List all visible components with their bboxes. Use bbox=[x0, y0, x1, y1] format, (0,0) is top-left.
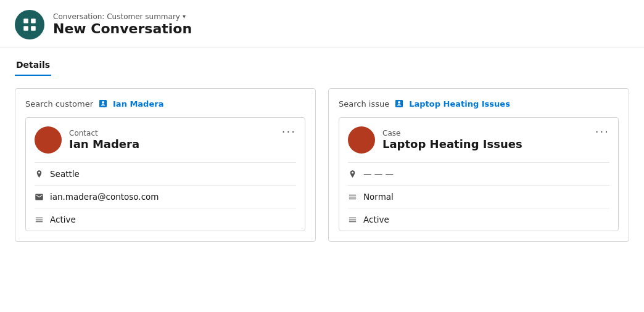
issue-priority-value: Normal bbox=[363, 192, 394, 202]
app-icon bbox=[15, 10, 44, 39]
customer-panel: Search customer Ian Madera Contact Ian M… bbox=[15, 88, 316, 242]
customer-status-value: Active bbox=[50, 215, 76, 224]
issue-card-type: Case bbox=[382, 129, 522, 138]
issue-search-row: Search issue Laptop Heating Issues bbox=[339, 99, 619, 109]
issue-avatar bbox=[348, 126, 375, 154]
main-content: Search customer Ian Madera Contact Ian M… bbox=[0, 76, 644, 254]
issue-id-icon bbox=[348, 170, 357, 179]
subtitle-label: Conversation: Customer summary bbox=[53, 12, 180, 21]
tabs-bar: Details bbox=[0, 47, 644, 76]
issue-priority-row: Normal bbox=[348, 185, 609, 208]
issue-status-row: Active bbox=[348, 208, 609, 231]
issue-id-row: — — — bbox=[348, 162, 609, 185]
issue-search-value[interactable]: Laptop Heating Issues bbox=[409, 99, 510, 109]
issue-search-label: Search issue bbox=[339, 99, 389, 109]
customer-status-row: Active bbox=[35, 208, 296, 231]
customer-card-type: Contact bbox=[69, 129, 139, 138]
chevron-down-icon[interactable]: ▾ bbox=[183, 13, 186, 20]
issue-search-icon[interactable] bbox=[394, 99, 404, 109]
customer-search-icon[interactable] bbox=[98, 99, 108, 109]
svg-rect-2 bbox=[23, 26, 28, 31]
priority-icon bbox=[348, 192, 357, 202]
issue-card-header-left: Case Laptop Heating Issues bbox=[348, 126, 522, 154]
customer-email-row: ian.madera@contoso.com bbox=[35, 185, 296, 208]
customer-email-value: ian.madera@contoso.com bbox=[50, 192, 159, 202]
customer-location-row: Seattle bbox=[35, 162, 296, 185]
customer-card-name: Ian Madera bbox=[69, 138, 139, 151]
customer-card: Contact Ian Madera ··· Seattle bbox=[25, 117, 305, 231]
issue-panel: Search issue Laptop Heating Issues Case … bbox=[328, 88, 629, 242]
issue-status-icon bbox=[348, 215, 357, 224]
header: Conversation: Customer summary ▾ New Con… bbox=[0, 0, 644, 47]
customer-card-info: Contact Ian Madera bbox=[69, 129, 139, 151]
svg-rect-1 bbox=[31, 18, 36, 23]
tab-details[interactable]: Details bbox=[15, 55, 51, 76]
customer-card-more-button[interactable]: ··· bbox=[282, 126, 296, 138]
issue-card-name: Laptop Heating Issues bbox=[382, 138, 522, 151]
customer-avatar bbox=[35, 126, 62, 154]
issue-card-info: Case Laptop Heating Issues bbox=[382, 129, 522, 151]
customer-location-value: Seattle bbox=[50, 169, 80, 179]
issue-card-more-button[interactable]: ··· bbox=[595, 126, 609, 138]
customer-card-header-left: Contact Ian Madera bbox=[35, 126, 139, 154]
svg-rect-0 bbox=[23, 18, 28, 23]
customer-search-value[interactable]: Ian Madera bbox=[113, 99, 163, 109]
svg-rect-3 bbox=[31, 26, 36, 31]
location-icon bbox=[35, 170, 44, 179]
customer-search-row: Search customer Ian Madera bbox=[25, 99, 305, 109]
email-icon bbox=[35, 192, 44, 202]
customer-card-header: Contact Ian Madera ··· bbox=[35, 126, 296, 154]
issue-card-header: Case Laptop Heating Issues ··· bbox=[348, 126, 609, 154]
issue-card: Case Laptop Heating Issues ··· — — — bbox=[339, 117, 619, 231]
customer-search-label: Search customer bbox=[25, 99, 93, 109]
issue-status-value: Active bbox=[363, 215, 389, 224]
status-icon bbox=[35, 215, 44, 224]
issue-id-value: — — — bbox=[363, 169, 394, 179]
header-subtitle: Conversation: Customer summary ▾ bbox=[53, 12, 192, 21]
page-title: New Conversation bbox=[53, 21, 192, 37]
header-text: Conversation: Customer summary ▾ New Con… bbox=[53, 12, 192, 37]
